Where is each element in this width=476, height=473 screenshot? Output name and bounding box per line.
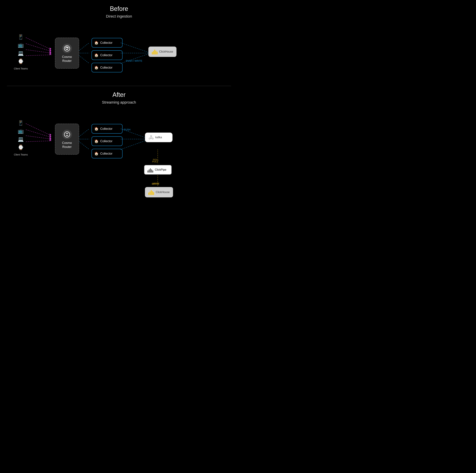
after-desktop-icon: 💻 (18, 136, 24, 142)
before-collector-1: 🏠 Collector (91, 38, 122, 48)
before-collectors: 🏠 Collector 🏠 Collector 🏠 Collector (91, 38, 122, 72)
after-collector-3: 🏠 Collector (91, 149, 122, 158)
after-client-label: Client Teams (14, 153, 28, 156)
after-clickpipe-bars (148, 167, 153, 173)
after-ch-bars (148, 190, 154, 195)
before-section: Before Direct ingestion (0, 0, 238, 86)
after-clickhouse-label: ClickHouse (156, 191, 170, 194)
after-collector-label-3: Collector (100, 152, 113, 156)
before-ch-bars (152, 49, 157, 54)
after-clickpipe-box: ClickPipe (144, 165, 172, 175)
before-collector-icon-1: 🏠 (94, 41, 99, 45)
after-collector-label-2: Collector (100, 140, 113, 143)
after-diagram-inner: 📱 📺 💻 ⌚ Client Teams CosmoRouter (7, 113, 231, 199)
after-clickpipe-label: ClickPipe (155, 168, 167, 171)
after-kafka-box: kafka (145, 133, 172, 142)
after-clickhouse-box: ClickHouse (145, 187, 173, 197)
before-title: Before (7, 5, 231, 12)
before-collector-label-1: Collector (100, 41, 113, 45)
svg-point-41 (152, 138, 153, 139)
after-poll-label: POLL (153, 158, 159, 161)
before-clickhouse-box: ClickHouse (148, 47, 177, 57)
after-collector-1: 🏠 Collector (91, 124, 122, 134)
before-collector-icon-3: 🏠 (94, 66, 99, 70)
after-collector-icon-2: 🏠 (94, 139, 99, 143)
kafka-logo-icon (149, 135, 154, 140)
before-router-box: ⟳ CosmoRouter (55, 37, 79, 69)
svg-point-39 (151, 135, 152, 137)
after-collector-label-1: Collector (100, 127, 113, 131)
after-title: After (7, 91, 231, 98)
mobile-icon: 📱 (18, 34, 24, 40)
after-section: After Streaming approach PUSH POL (0, 86, 238, 206)
after-collector-icon-1: 🏠 (94, 127, 99, 131)
after-collectors: 🏠 Collector 🏠 Collector 🏠 Collector (91, 124, 122, 158)
after-kafka-label: kafka (155, 136, 162, 139)
desktop-icon: 💻 (18, 50, 24, 56)
before-collector-icon-2: 🏠 (94, 53, 99, 57)
tv-icon: 📺 (18, 42, 24, 48)
before-collector-label-2: Collector (100, 53, 113, 57)
after-client-column: 📱 📺 💻 ⌚ Client Teams (14, 120, 28, 156)
after-collector-icon-3: 🏠 (94, 152, 99, 156)
svg-point-37 (62, 130, 72, 139)
before-router-logo: ⟳ (62, 43, 72, 53)
before-client-column: 📱 📺 💻 ⌚ Client Teams (14, 34, 28, 70)
after-diagram: PUSH POLL WRITE 📱 📺 💻 ⌚ Client Teams (7, 113, 231, 199)
watch-icon: ⌚ (18, 58, 24, 64)
after-router-logo (62, 129, 72, 140)
before-client-icons: 📱 📺 💻 ⌚ (18, 34, 24, 64)
after-tv-icon: 📺 (18, 128, 24, 134)
after-mobile-icon: 📱 (18, 120, 24, 126)
svg-line-43 (151, 137, 152, 138)
before-diagram-inner: 📱 📺 💻 ⌚ Client Teams ⟳ CosmoRouter (7, 27, 231, 79)
after-client-icons: 📱 📺 💻 ⌚ (18, 120, 24, 150)
after-collector-2: 🏠 Collector (91, 136, 122, 146)
before-collector-3: 🏠 Collector (91, 63, 122, 72)
before-subtitle: Direct ingestion (7, 14, 231, 19)
after-watch-icon: ⌚ (18, 144, 24, 150)
after-router-label: CosmoRouter (62, 141, 72, 149)
before-clickhouse-label: ClickHouse (159, 50, 173, 53)
svg-line-42 (150, 137, 151, 138)
after-write-label: WRITE (152, 182, 160, 185)
before-client-label: Client Teams (14, 67, 28, 70)
before-diagram: PUSH / WRITE 📱 📺 💻 ⌚ Client Teams ⟳ (7, 27, 231, 79)
after-subtitle: Streaming approach (7, 100, 231, 105)
before-collector-label-3: Collector (100, 66, 113, 70)
before-router-label: CosmoRouter (62, 55, 72, 63)
after-router-box: CosmoRouter (55, 123, 79, 155)
svg-point-40 (149, 138, 150, 139)
before-collector-2: 🏠 Collector (91, 50, 122, 60)
